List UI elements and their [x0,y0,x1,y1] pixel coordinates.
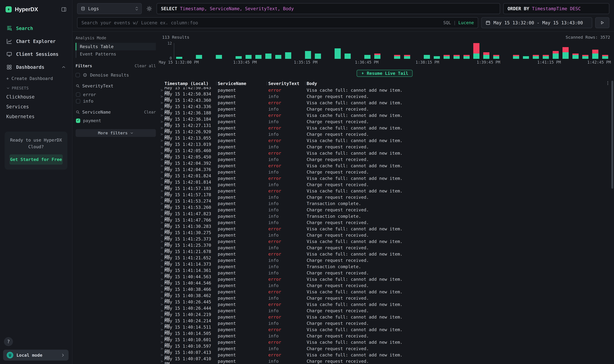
table-row[interactable]: May 15 1:42:26.920 PM payment info Charg… [159,131,610,137]
row-expand-icon[interactable] [159,195,165,199]
table-row[interactable]: May 15 1:41:47.823 PM payment info Trans… [159,213,610,220]
table-row[interactable]: May 15 1:41:30.275 PM payment info Charg… [159,232,610,238]
table-row[interactable]: May 15 1:40:07.410 PM payment info Charg… [159,358,610,364]
table-row[interactable]: May 15 1:41:14.361 PM payment info Charg… [159,270,610,276]
row-expand-icon[interactable] [159,321,165,325]
sidebar-item-chart-explorer[interactable]: Chart Explorer [0,35,72,48]
row-expand-icon[interactable] [159,334,165,338]
row-expand-icon[interactable] [159,144,165,149]
header-body[interactable]: Body [307,81,610,86]
select-columns-input[interactable]: SELECT Timestamp, ServiceName, SeverityT… [157,3,500,14]
table-row[interactable]: May 15 1:42:43.336 PM payment info Charg… [159,106,610,112]
help-button[interactable]: ? [4,337,13,346]
table-row[interactable]: May 15 1:41:57.178 PM payment info Charg… [159,194,610,200]
table-row[interactable]: May 15 1:40:26.444 PM payment info Charg… [159,308,610,314]
row-expand-icon[interactable] [159,132,165,137]
row-expand-icon[interactable] [159,151,165,156]
order-by-input[interactable]: ORDER BY TimestampTime DESC [503,3,609,14]
table-row[interactable]: May 15 1:41:25.373 PM payment error Visa… [159,238,610,245]
header-timestamp[interactable]: Timestamp (Local) [165,81,218,86]
sidebar-preset-services[interactable]: Services [0,102,72,112]
checkbox-checked[interactable] [76,118,80,123]
table-row[interactable]: May 15 1:42:04.376 PM payment info Charg… [159,169,610,175]
table-row[interactable]: May 15 1:40:14.505 PM payment info Charg… [159,333,610,339]
scrollbar-thumb[interactable] [611,81,613,189]
row-expand-icon[interactable] [159,327,165,332]
table-row[interactable]: May 15 1:41:53.274 PM payment info Trans… [159,200,610,207]
resume-live-tail-button[interactable]: Resume Live Tail [357,70,413,77]
checkbox[interactable] [76,99,80,103]
source-select[interactable]: Logs [77,3,142,14]
get-started-button[interactable]: Get Started for Free [10,155,63,165]
row-expand-icon[interactable] [159,239,165,244]
table-row[interactable]: May 15 1:41:47.766 PM payment info Charg… [159,220,610,226]
row-expand-icon[interactable] [159,271,165,275]
table-row[interactable]: May 15 1:42:50.834 PM payment info Charg… [159,93,610,100]
more-filters-button[interactable]: More filters [76,129,156,137]
sidebar-item-dashboards[interactable]: Dashboards [0,61,72,74]
table-row[interactable]: May 15 1:42:05.450 PM payment info Charg… [159,156,610,163]
row-expand-icon[interactable] [159,264,165,269]
table-row[interactable]: May 15 1:40:24.219 PM payment error Visa… [159,314,610,320]
filter-option-error[interactable]: error [76,91,156,98]
row-expand-icon[interactable] [159,346,165,351]
table-row[interactable]: May 15 1:40:14.511 PM payment error Visa… [159,326,610,333]
time-range-picker[interactable]: May 15 13:32:00 - May 15 13:43:00 [481,17,592,28]
row-expand-icon[interactable] [159,126,165,130]
row-expand-icon[interactable] [159,315,165,319]
table-row[interactable]: May 15 1:41:14.373 PM payment info Trans… [159,263,610,270]
row-expand-icon[interactable] [159,353,165,357]
presets-toggle[interactable]: PRESETS [0,83,72,92]
row-expand-icon[interactable] [159,101,165,105]
sidebar-preset-clickhouse[interactable]: Clickhouse [0,92,72,102]
row-expand-icon[interactable] [159,189,165,193]
row-expand-icon[interactable] [159,277,165,282]
row-expand-icon[interactable] [159,309,165,313]
row-expand-icon[interactable] [159,170,165,174]
table-row[interactable]: May 15 1:40:10.601 PM payment error Visa… [159,339,610,345]
row-expand-icon[interactable] [159,214,165,219]
row-expand-icon[interactable] [159,94,165,99]
table-row[interactable]: May 15 1:41:25.370 PM payment info Charg… [159,245,610,251]
table-row[interactable]: May 15 1:42:13.019 PM payment info Charg… [159,144,610,150]
row-expand-icon[interactable] [159,113,165,118]
table-row[interactable]: May 15 1:42:13.055 PM payment error Visa… [159,137,610,144]
row-expand-icon[interactable] [159,88,165,92]
checkbox[interactable] [76,73,80,77]
checkbox[interactable] [76,92,80,97]
table-row[interactable]: May 15 1:40:26.445 PM payment error Visa… [159,301,610,308]
table-row[interactable]: May 15 1:40:24.214 PM payment info Charg… [159,320,610,326]
row-expand-icon[interactable] [159,246,165,250]
clear-all-filters-link[interactable]: Clear all [135,64,156,68]
search-input[interactable] [81,20,440,25]
row-expand-icon[interactable] [159,164,165,168]
table-row[interactable]: May 15 1:42:04.392 PM payment error Visa… [159,163,610,169]
row-expand-icon[interactable] [159,296,165,300]
create-dashboard-button[interactable]: + Create Dashboard [0,74,72,83]
filter-option-payment[interactable]: payment [76,117,156,124]
denoise-results-checkbox[interactable]: Denoise Results [76,72,156,78]
row-expand-icon[interactable] [159,283,165,288]
table-row[interactable]: May 15 1:41:53.260 PM payment info Charg… [159,207,610,213]
table-row[interactable]: May 15 1:40:07.413 PM payment error Visa… [159,352,610,358]
mode-sql[interactable]: SQL [443,20,451,25]
table-row[interactable]: May 15 1:42:01.814 PM payment info Charg… [159,182,610,188]
table-row[interactable]: May 15 1:41:21.652 PM payment info Charg… [159,257,610,263]
table-row[interactable]: May 15 1:42:27.131 PM payment error Visa… [159,125,610,131]
table-row[interactable]: May 15 1:40:44.546 PM payment info Charg… [159,282,610,289]
table-row[interactable]: May 15 1:40:38.466 PM payment error Visa… [159,289,610,295]
sidebar-preset-kubernetes[interactable]: Kubernetes [0,112,72,121]
row-expand-icon[interactable] [159,290,165,294]
row-expand-icon[interactable] [159,227,165,231]
sidebar-item-client-sessions[interactable]: Client Sessions [0,48,72,61]
table-row[interactable]: May 15 1:42:43.360 PM payment error Visa… [159,100,610,106]
table-row[interactable]: May 15 1:41:21.678 PM payment error Visa… [159,251,610,257]
row-expand-icon[interactable] [159,220,165,225]
filter-option-info[interactable]: info [76,98,156,104]
run-query-button[interactable] [595,17,609,28]
source-settings-button[interactable] [145,3,153,14]
mode-results-table[interactable]: Results Table [76,43,156,50]
table-row[interactable]: May 15 1:40:44.563 PM payment error Visa… [159,276,610,282]
table-row[interactable]: May 15 1:42:01.824 PM payment error Visa… [159,175,610,182]
sidebar-item-search[interactable]: Search [0,22,72,35]
